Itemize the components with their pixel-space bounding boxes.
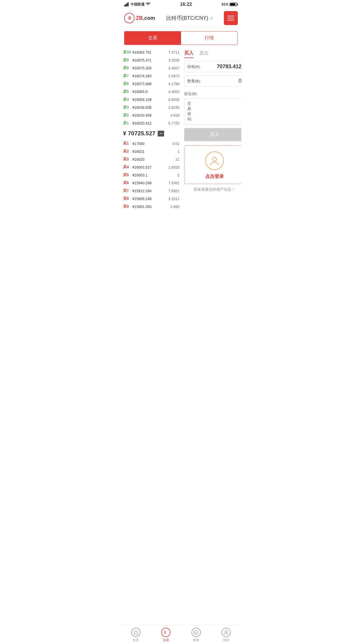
sell-amount: 7.3711 <box>168 50 180 55</box>
sell-amount: 4.838 <box>171 113 180 118</box>
sell-label: 卖3 <box>123 105 131 110</box>
sell-order-row[interactable]: 卖3 ¥16039.836 2.8245 <box>123 104 180 111</box>
buy-order-row[interactable]: 买2 ¥16021 1 <box>123 148 180 155</box>
wifi-icon <box>146 3 150 6</box>
buy-order-row[interactable]: 买9 ¥15901.083 2.892 <box>123 203 180 211</box>
sell-order-row[interactable]: 卖10 ¥16082.751 7.3711 <box>123 48 180 56</box>
buy-label: 买6 <box>123 181 131 186</box>
sell-label: 卖7 <box>123 74 131 78</box>
sell-tab[interactable]: 卖出 <box>199 50 209 58</box>
sell-amount: 5.7725 <box>168 121 180 125</box>
sell-price: ¥16075.471 <box>131 58 168 62</box>
tab-switcher: 交易 行情 <box>124 31 238 45</box>
title-text: 比特币(BTC/CNY) <box>166 15 208 22</box>
sell-order-row[interactable]: 卖4 ¥16059.109 6.8205 <box>123 96 180 104</box>
total-row: 折合(¥): <box>184 90 241 98</box>
login-prompt[interactable]: 点击登录 <box>184 145 241 184</box>
sell-price: ¥16020.458 <box>131 113 171 118</box>
buy-price: ¥16020 <box>131 158 175 162</box>
menu-line-3 <box>227 20 234 20</box>
sell-label: 卖10 <box>123 50 131 55</box>
buy-amount: 2.892 <box>171 205 180 209</box>
svg-rect-3 <box>128 2 129 6</box>
menu-button[interactable] <box>224 11 238 25</box>
carrier-label: 中国联通 <box>131 2 145 7</box>
buy-order-row[interactable]: 买5 ¥16003.1 2 <box>123 171 180 179</box>
sell-price: ¥16065.9 <box>131 90 168 94</box>
buy-order-row[interactable]: 买4 ¥16003.527 1.6033 <box>123 163 180 171</box>
sell-order-row[interactable]: 卖2 ¥16020.458 4.838 <box>123 111 180 119</box>
sell-price: ¥16073.888 <box>131 82 168 86</box>
buy-order-row[interactable]: 买1 ¥17000 0.01 <box>123 140 180 148</box>
buy-amount: 7.6921 <box>168 189 180 193</box>
buy-price: ¥16003.1 <box>131 173 178 177</box>
buy-order-row[interactable]: 买6 ¥15940.299 7.5381 <box>123 179 180 187</box>
order-book: 卖10 ¥16082.751 7.3711 卖9 ¥16075.471 3.32… <box>121 47 182 212</box>
price-row: 价格(¥): <box>184 61 241 72</box>
password-input[interactable] <box>192 109 241 114</box>
menu-line-1 <box>227 16 234 16</box>
battery-icon <box>230 2 238 6</box>
buy-label: 买8 <box>123 196 131 201</box>
sell-price: ¥16074.383 <box>131 74 168 78</box>
buy-button[interactable]: 买入 <box>184 128 241 141</box>
svg-rect-1 <box>125 4 126 6</box>
current-price: ¥ 70725.527 − <box>123 127 180 140</box>
svg-rect-2 <box>126 3 127 6</box>
signal-icon <box>124 2 129 6</box>
sell-price: ¥16082.751 <box>131 50 168 55</box>
sell-price: ¥16020.412 <box>131 121 168 125</box>
buy-label: 买2 <box>123 149 131 154</box>
buy-price: ¥15940.299 <box>131 181 168 185</box>
sell-amount: 4.4053 <box>168 90 180 94</box>
buy-order-row[interactable]: 买7 ¥15912.284 7.6921 <box>123 187 180 195</box>
sell-order-row[interactable]: 卖9 ¥16075.471 3.3256 <box>123 56 180 64</box>
battery-label: 81% <box>222 2 229 6</box>
sell-price: ¥16059.109 <box>131 98 168 102</box>
sell-amount: 3.4927 <box>168 66 180 70</box>
quantity-row: 数量(฿): <box>184 75 241 87</box>
logo-circle: ② <box>124 13 135 23</box>
svg-rect-5 <box>237 4 238 5</box>
buy-label: 买7 <box>123 188 131 193</box>
sell-order-row[interactable]: 卖8 ¥16075.303 3.4927 <box>123 64 180 72</box>
buy-price: ¥16003.527 <box>131 165 168 169</box>
buy-price: ¥17000 <box>131 142 173 146</box>
buy-amount: 3.1511 <box>168 197 180 201</box>
quantity-input[interactable] <box>201 78 241 84</box>
sell-order-row[interactable]: 卖5 ¥16065.9 4.4053 <box>123 88 180 96</box>
price-input[interactable] <box>201 64 242 70</box>
tab-market[interactable]: 行情 <box>181 32 238 45</box>
buy-order-row[interactable]: 买8 ¥15909.248 3.1511 <box>123 195 180 203</box>
buy-price: ¥16021 <box>131 150 178 154</box>
buy-amount: 0.01 <box>173 142 180 146</box>
sell-amount: 4.1798 <box>168 82 180 86</box>
header-title[interactable]: 比特币(BTC/CNY) ∨ <box>166 15 213 22</box>
buy-tab[interactable]: 买入 <box>184 50 194 58</box>
logo[interactable]: ② ZB.com <box>124 13 155 23</box>
buy-label: 买5 <box>123 173 131 178</box>
sell-order-row[interactable]: 卖7 ¥16074.383 2.5972 <box>123 72 180 80</box>
password-label: 交易密码: <box>187 101 192 122</box>
svg-rect-0 <box>124 5 125 6</box>
sell-label: 卖6 <box>123 81 131 86</box>
sell-order-row[interactable]: 卖6 ¥16073.888 4.1798 <box>123 80 180 88</box>
status-right: 81% <box>222 2 238 6</box>
tab-trade[interactable]: 交易 <box>124 32 181 45</box>
buy-price: ¥15909.248 <box>131 197 168 201</box>
sell-order-row[interactable]: 卖1 ¥16020.412 5.7725 <box>123 119 180 127</box>
sell-label: 卖2 <box>123 113 131 118</box>
header: ② ZB.com 比特币(BTC/CNY) ∨ <box>121 9 241 28</box>
quantity-label: 数量(฿): <box>187 78 201 84</box>
buy-price: ¥15901.083 <box>131 205 171 209</box>
sell-label: 卖4 <box>123 97 131 102</box>
status-bar: 中国联通 16:22 81% <box>121 0 241 9</box>
buy-label: 买4 <box>123 165 131 170</box>
buy-amount: 11 <box>175 158 180 162</box>
buy-orders: 买1 ¥17000 0.01 买2 ¥16021 1 买3 ¥16020 11 … <box>123 140 180 211</box>
buy-label: 买1 <box>123 141 131 146</box>
buy-sell-tabs: 买入 卖出 <box>184 48 241 61</box>
buy-order-row[interactable]: 买3 ¥16020 11 <box>123 155 180 163</box>
sell-label: 卖1 <box>123 121 131 126</box>
buy-label: 买9 <box>123 204 131 209</box>
